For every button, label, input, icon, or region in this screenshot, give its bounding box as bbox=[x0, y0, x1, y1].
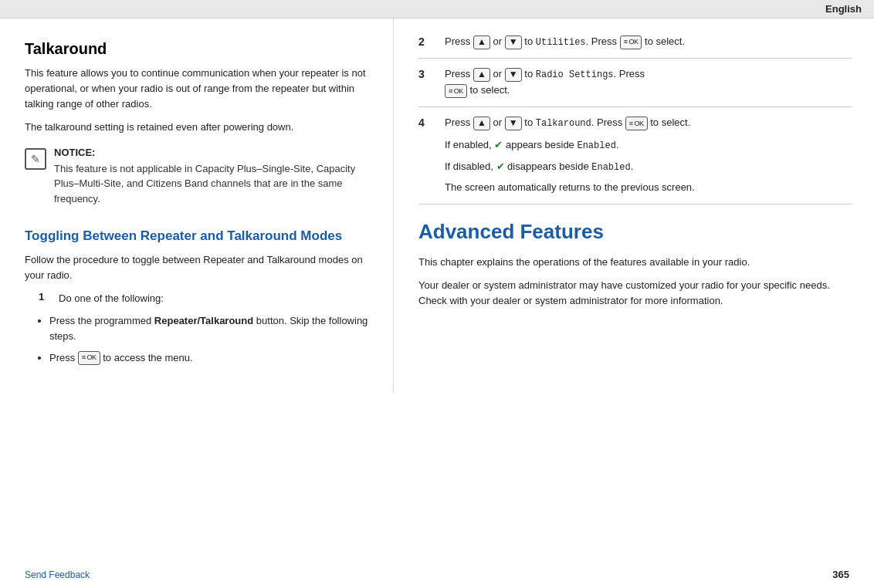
step4-period2: . bbox=[631, 161, 634, 172]
step2-mono: Utilities bbox=[536, 37, 586, 48]
footer: Send Feedback 365 bbox=[0, 569, 874, 580]
step4-disappears: disappears beside bbox=[505, 161, 592, 172]
step2-to: to bbox=[524, 35, 535, 47]
step4-checkmark-enabled: ✔ bbox=[494, 139, 503, 150]
step3-dot: . Press bbox=[614, 68, 645, 79]
step2-press: Press bbox=[445, 35, 473, 47]
step2-ok-key: ≡ OK bbox=[620, 35, 642, 49]
toggling-title: Toggling Between Repeater and Talkaround… bbox=[25, 228, 371, 245]
step4-mono: Talkaround bbox=[536, 118, 591, 129]
step2-press2: Press bbox=[591, 35, 620, 47]
step4-period1: . bbox=[616, 139, 619, 150]
page-number: 365 bbox=[832, 569, 849, 580]
step3-mono: Radio Settings bbox=[536, 69, 614, 80]
bullet1-prefix: Press the programmed bbox=[49, 315, 154, 326]
header-bar: English bbox=[0, 0, 874, 19]
step1-bullets: Press the programmed Repeater/Talkaround… bbox=[39, 313, 371, 366]
step2-body: Press ▲ or ▼ to Utilities. Press ≡ OK to… bbox=[445, 34, 852, 50]
step3-number: 3 bbox=[418, 66, 434, 99]
talkaround-body1: This feature allows you to continue comm… bbox=[25, 66, 371, 112]
step4-toselect: to select. bbox=[650, 117, 690, 128]
bullet2-prefix: Press bbox=[49, 352, 78, 363]
advanced-body2: Your dealer or system administrator may … bbox=[418, 278, 852, 309]
notice-content: NOTICE: This feature is not applicable i… bbox=[54, 147, 371, 207]
step4-ok-key: ≡ OK bbox=[625, 117, 648, 130]
ok-key-icon: ≡ OK bbox=[78, 351, 100, 365]
step4-enabled-line: If enabled, ✔ appears beside Enabled. bbox=[445, 137, 852, 154]
step4-if-enabled: If enabled, bbox=[445, 139, 494, 150]
step3-ok-key: ≡ OK bbox=[445, 84, 467, 98]
step4-checkmark-disabled: ✔ bbox=[496, 161, 505, 172]
bullet1-bold: Repeater/Talkaround bbox=[154, 315, 253, 326]
step2-down-arrow: ▼ bbox=[505, 35, 522, 49]
step3-to: to bbox=[524, 68, 535, 79]
step4-dot: . Press bbox=[591, 117, 625, 128]
step4-press: Press bbox=[445, 117, 473, 128]
step2-or: or bbox=[493, 35, 504, 47]
step1-section: 1 Do one of the following: Press the pro… bbox=[25, 291, 371, 366]
step4-screen-text: The screen automatically returns to the … bbox=[445, 180, 852, 196]
step4-appears: appears beside bbox=[503, 139, 577, 150]
talkaround-title: Talkaround bbox=[25, 40, 371, 58]
step3-up-arrow: ▲ bbox=[473, 68, 490, 82]
page-layout: Talkaround This feature allows you to co… bbox=[0, 19, 874, 394]
step4-disabled-line: If disabled, ✔ disappears beside Enabled… bbox=[445, 159, 852, 175]
step4-up-arrow: ▲ bbox=[473, 117, 490, 130]
step1-bullet2: Press ≡ OK to access the menu. bbox=[49, 350, 371, 366]
step4-to: to bbox=[524, 117, 535, 128]
bullet2-suffix: to access the menu. bbox=[100, 352, 193, 363]
step4-down-arrow: ▼ bbox=[505, 117, 522, 130]
step1-label: Do one of the following: bbox=[59, 291, 164, 306]
step3-row: 3 Press ▲ or ▼ to Radio Settings. Press … bbox=[418, 59, 852, 107]
step2-up-arrow: ▲ bbox=[473, 35, 490, 49]
step4-disabled-mono: Enabled bbox=[591, 162, 630, 173]
step1-number: 1 bbox=[39, 291, 53, 306]
step4-body: Press ▲ or ▼ to Talkaround. Press ≡ OK t… bbox=[445, 115, 852, 195]
step3-press: Press bbox=[445, 68, 473, 79]
right-column: 2 Press ▲ or ▼ to Utilities. Press ≡ OK … bbox=[394, 19, 874, 394]
step2-toselect: to select. bbox=[645, 35, 685, 47]
step4-row: 4 Press ▲ or ▼ to Talkaround. Press ≡ OK… bbox=[418, 107, 852, 204]
send-feedback-link[interactable]: Send Feedback bbox=[25, 569, 90, 580]
step4-or: or bbox=[493, 117, 504, 128]
step3-down-arrow: ▼ bbox=[505, 68, 522, 82]
step2-number: 2 bbox=[418, 34, 434, 50]
advanced-title: Advanced Features bbox=[418, 220, 852, 244]
notice-title: NOTICE: bbox=[54, 147, 371, 158]
step3-toselect: to select. bbox=[469, 84, 510, 96]
step3-or: or bbox=[493, 68, 504, 79]
step1-num-block: 1 Do one of the following: bbox=[39, 291, 371, 306]
step4-if-disabled: If disabled, bbox=[445, 161, 496, 172]
step4-enabled-mono: Enabled bbox=[577, 140, 615, 151]
step4-press-line: Press ▲ or ▼ to Talkaround. Press ≡ OK t… bbox=[445, 115, 852, 131]
advanced-section: Advanced Features This chapter explains … bbox=[418, 220, 852, 309]
step3-body: Press ▲ or ▼ to Radio Settings. Press ≡ … bbox=[445, 66, 852, 99]
language-label: English bbox=[825, 3, 862, 15]
notice-box: ✎ NOTICE: This feature is not applicable… bbox=[25, 147, 371, 207]
toggling-intro: Follow the procedure to toggle between R… bbox=[25, 252, 371, 283]
step2-row: 2 Press ▲ or ▼ to Utilities. Press ≡ OK … bbox=[418, 26, 852, 59]
step1-bullet1: Press the programmed Repeater/Talkaround… bbox=[49, 313, 371, 344]
left-column: Talkaround This feature allows you to co… bbox=[0, 19, 394, 394]
notice-icon: ✎ bbox=[25, 148, 46, 170]
step2-dot: . bbox=[586, 35, 591, 47]
talkaround-body2: The talkaround setting is retained even … bbox=[25, 120, 371, 135]
notice-body: This feature is not applicable in Capaci… bbox=[54, 161, 371, 207]
step4-number: 4 bbox=[418, 115, 434, 195]
advanced-body1: This chapter explains the operations of … bbox=[418, 255, 852, 270]
